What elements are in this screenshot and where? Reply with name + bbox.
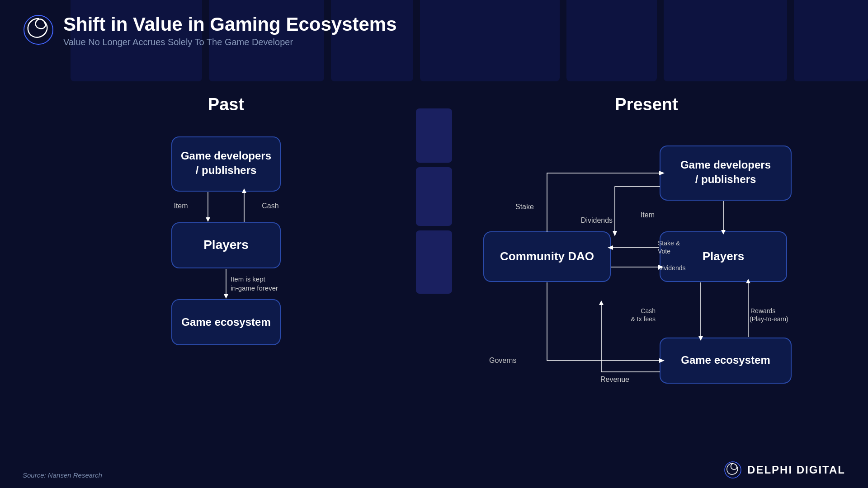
- header: Shift in Value in Gaming Ecosystems Valu…: [23, 14, 397, 47]
- past-diagram: Game developers / publishers Item Cash P…: [54, 132, 398, 385]
- svg-text:Revenue: Revenue: [600, 375, 629, 383]
- svg-marker-13: [224, 294, 228, 299]
- svg-marker-6: [206, 217, 210, 222]
- svg-text:Governs: Governs: [489, 357, 516, 364]
- present-section: Present Game developers / publishers Com…: [434, 86, 868, 461]
- present-title: Present: [470, 95, 823, 114]
- main-content: Past Game developers / publishers Item C…: [0, 86, 868, 461]
- delphi-digital-logo: DELPHI DIGITAL: [724, 461, 845, 479]
- present-diagram: Game developers / publishers Community D…: [470, 132, 823, 440]
- svg-text:& tx fees: & tx fees: [631, 315, 656, 323]
- delphi-digital-name: DELPHI DIGITAL: [747, 464, 845, 476]
- svg-text:Item: Item: [174, 202, 188, 210]
- svg-text:/ publishers: / publishers: [196, 164, 257, 176]
- svg-text:Game developers: Game developers: [181, 150, 271, 162]
- svg-text:Cash: Cash: [641, 307, 656, 314]
- svg-marker-30: [613, 231, 617, 236]
- svg-text:Rewards: Rewards: [750, 307, 775, 314]
- svg-text:Stake: Stake: [515, 203, 534, 211]
- svg-text:Item is kept: Item is kept: [231, 275, 266, 283]
- svg-text:Game developers: Game developers: [680, 159, 771, 171]
- svg-text:Stake &: Stake &: [658, 239, 680, 247]
- svg-text:Dividends: Dividends: [658, 264, 685, 272]
- svg-text:(Play-to-earn): (Play-to-earn): [750, 315, 788, 323]
- svg-text:in-game forever: in-game forever: [231, 284, 278, 292]
- svg-text:Item: Item: [641, 211, 655, 219]
- page-title: Shift in Value in Gaming Ecosystems: [63, 14, 397, 35]
- svg-text:Game ecosystem: Game ecosystem: [681, 354, 770, 366]
- svg-text:Players: Players: [203, 238, 249, 252]
- source-text: Source: Nansen Research: [23, 471, 102, 479]
- page-subtitle: Value No Longer Accrues Solely To The Ga…: [63, 37, 397, 47]
- svg-text:Dividends: Dividends: [581, 216, 613, 224]
- past-section: Past Game developers / publishers Item C…: [0, 86, 434, 461]
- past-title: Past: [54, 95, 398, 114]
- svg-marker-52: [599, 300, 604, 305]
- svg-text:Game ecosystem: Game ecosystem: [181, 316, 270, 328]
- svg-text:/ publishers: / publishers: [695, 173, 756, 185]
- center-divider: [416, 108, 452, 461]
- footer-source: Source: Nansen Research: [23, 471, 102, 479]
- svg-text:Players: Players: [703, 249, 745, 263]
- header-text: Shift in Value in Gaming Ecosystems Valu…: [63, 14, 397, 47]
- svg-text:Community DAO: Community DAO: [500, 249, 594, 263]
- svg-text:Cash: Cash: [262, 202, 278, 210]
- svg-text:Vote: Vote: [658, 248, 670, 255]
- delphi-header-logo: [23, 14, 54, 47]
